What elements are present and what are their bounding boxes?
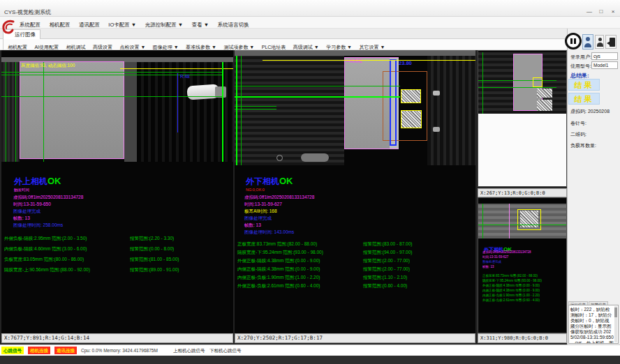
green-vertical-line xyxy=(43,62,44,162)
comm-connect-badge: 通讯连接 xyxy=(54,347,77,354)
camera-connect-badge: 相机连接 xyxy=(28,347,50,354)
main-area: 灰度阈值:93, 动态阈值:100 R:48 外上相机OK 触发时间 虚拟码:0… xyxy=(0,50,567,344)
separator-roi-box xyxy=(20,61,124,159)
logout-button[interactable] xyxy=(605,35,617,49)
green-measure-line xyxy=(235,86,400,86)
green-edge-line xyxy=(236,56,237,165)
alarm-range: 报警范围:(0.60 - 4.00) xyxy=(363,283,407,289)
camera-view-lower-outer[interactable]: AI检测框 23.80 外下相机OK NG:0,OK:0 xyxy=(235,50,475,333)
maximize-button[interactable]: □ xyxy=(596,8,607,16)
user-login-icon xyxy=(584,43,591,47)
thumb1-bright-spot xyxy=(537,100,552,111)
logout-icon xyxy=(610,38,615,47)
measurement-row: 正极宽度:83.73mm 范围:(82.00 - 88.00) xyxy=(482,273,566,278)
machine-left-stack xyxy=(235,56,344,165)
menu-item-comm-config[interactable]: 通讯配置 xyxy=(76,22,103,29)
thumb1-image xyxy=(478,52,567,114)
pixel-coords-camera2: X:270;Y:2502;R:17;G:17;B:17 xyxy=(235,333,475,343)
green-measure-line xyxy=(478,87,556,88)
camera2-status: OK xyxy=(279,176,293,186)
machine-right-stack xyxy=(427,56,475,165)
alarm-range: 报警范围:(1.10 - 2.10) xyxy=(363,275,407,281)
measurement-row: 外侧正极-隔膜:4.38mm 范围:(0.00 - 9.00)报警范围:(2.0… xyxy=(237,258,468,264)
result-box-1: 结果 xyxy=(568,79,600,91)
cpu-memory-text: Cpu: 0.0% Memory: 3424.41796875M xyxy=(81,348,158,353)
alarm-range: 报警范围:(81.00 - 85.00) xyxy=(130,257,179,263)
measurement-row: 内侧正极-负极:1.90mm 范围:(1.00 - 2.20)报警范围:(1.1… xyxy=(237,275,468,281)
pause-button[interactable] xyxy=(565,33,582,50)
green-vertical-line xyxy=(15,62,16,162)
green-measure-line xyxy=(1,96,223,97)
model-label: 使用型号: xyxy=(570,63,591,70)
heartbeat-status-badge: 心跳信号 xyxy=(1,347,24,354)
user-icon xyxy=(597,43,603,47)
user-icon xyxy=(598,38,602,41)
measurement-row: 内侧负极-隔膜:4.60mm 范围:(3.00 - 6.00)报警范围:(0.0… xyxy=(4,246,233,252)
model-field[interactable]: Model1 xyxy=(591,61,618,69)
lower-camera-heartbeat-text: 下相机心跳信号 xyxy=(209,348,242,354)
process-done-line: 图像处理完成 xyxy=(482,259,566,264)
machine-top-rail xyxy=(235,50,475,56)
alarm-range: 报警范围:(2.00 - 77.00) xyxy=(363,258,410,264)
pink-vertical-line xyxy=(509,204,510,238)
virtual-code-value: 20250208 xyxy=(588,109,610,114)
tab-count-label: 负极耳数量: xyxy=(570,142,596,149)
virtual-code-line: 虚拟码:0ff1im20250208133134728 xyxy=(244,194,314,201)
upper-camera-heartbeat-text: 上相机心跳信号 xyxy=(173,348,205,354)
minimize-button[interactable]: — xyxy=(584,8,595,16)
log-scrollbar[interactable] xyxy=(614,306,617,342)
time-line: 时间:13-31-59-627 xyxy=(244,201,314,208)
green-measure-line xyxy=(478,80,556,81)
time-line: 时间:13-31-59-650 xyxy=(13,201,83,208)
status-bar: 心跳信号 相机连接 通讯连接 Cpu: 0.0% Memory: 3424.41… xyxy=(0,344,620,356)
menu-item-io-config[interactable]: IO卡配置 ▼ xyxy=(105,22,139,29)
measurement-row: 负极宽度:83.05mm 范围:(80.00 - 86.00)报警范围:(81.… xyxy=(4,257,233,263)
floor-object xyxy=(301,153,329,162)
user-manage-button[interactable] xyxy=(595,35,604,49)
menu-item-view[interactable]: 查看 ▼ xyxy=(189,22,212,29)
alarm-range: 报警范围:(83.00 - 87.00) xyxy=(363,241,412,248)
pause-icon xyxy=(570,38,573,44)
alarm-range: 报警范围:(94.00 - 97.00) xyxy=(363,250,412,256)
blue-measure-box xyxy=(390,59,397,146)
measurement-row: 隔膜宽度-下:95.24mm 范围:(93.00 - 98.00) xyxy=(482,278,566,283)
thumb2-measurements: 正极宽度:83.73mm 范围:(82.00 - 88.00) 隔膜宽度-下:9… xyxy=(482,273,566,303)
process-done-line: 图像处理完成 xyxy=(244,215,314,222)
user-login-icon xyxy=(586,37,590,41)
menu-item-camera-config[interactable]: 相机配置 xyxy=(46,22,73,29)
measurement-row: 外侧负极-隔膜:2.95mm 范围:(2.00 - 3.50)报警范围:(2.2… xyxy=(4,236,233,242)
menu-bar: 系统配置 相机配置 通讯配置 IO卡配置 ▼ 光源控制配置 ▼ 查看 ▼ 系统语… xyxy=(0,17,620,29)
app-window: CYS-视觉检测系统 — □ × 系统配置 相机配置 通讯配置 IO卡配置 ▼ … xyxy=(0,0,620,364)
green-measure-line xyxy=(478,225,567,225)
bolt-highlight xyxy=(433,91,440,96)
measurement-row: 外侧正极-隔膜:4.38mm 范围:(0.00 - 9.00) xyxy=(482,283,566,288)
thumbnail-view-1[interactable] xyxy=(478,50,567,187)
camera-view-upper-outer[interactable]: 灰度阈值:93, 动态阈值:100 R:48 外上相机OK 触发时间 虚拟码:0… xyxy=(1,50,233,333)
thumb2-info-lines: 虚拟码:0ff1im20250208133134728 时间:13-31-59-… xyxy=(482,250,566,269)
frame-count-line: 帧数: 13 xyxy=(244,222,314,229)
green-vertical-line xyxy=(482,52,483,114)
machine-mid-column xyxy=(124,62,137,162)
menu-item-language-switch[interactable]: 系统语言切换 xyxy=(215,22,252,29)
menu-item-system-config[interactable]: 系统配置 xyxy=(17,22,43,29)
camera1-subtitle: 触发时间 xyxy=(14,188,61,192)
camera1-result-title: 外上相机OK 触发时间 xyxy=(14,174,61,192)
thumb2-image xyxy=(478,204,567,238)
login-user-button[interactable] xyxy=(582,34,593,50)
camera2-info-lines: 虚拟码:0ff1im20250208133134728 时间:13-31-59-… xyxy=(244,194,314,236)
log-text-area[interactable]: 帧时：222，缺陷检测帧时：17，缺陷分类帧时：0，缺陷视频分区帧时：显示图像获… xyxy=(568,305,619,344)
process-time-line: 图像处理时间: 143.00ms xyxy=(244,229,314,236)
result-box-2: 结果 xyxy=(568,93,600,105)
thumbnail-view-2[interactable]: 外下相机OK 虚拟码:0ff1im20250208133134728 时间:13… xyxy=(478,197,567,333)
green-vertical-line xyxy=(241,56,242,165)
camera2-result-title: 外下相机OK NG:0,OK:0 xyxy=(246,174,293,192)
menu-item-light-config[interactable]: 光源控制配置 ▼ xyxy=(142,22,186,29)
ai-roi-label: AI检测框 xyxy=(346,58,362,64)
login-user-label: 登录用户: xyxy=(570,54,591,61)
measurement-row: 外侧正极-负极:2.61mm 范围:(0.60 - 4.00)报警范围:(0.6… xyxy=(237,283,468,289)
login-user-field[interactable]: cys xyxy=(591,52,618,60)
blue-measure-line xyxy=(177,73,178,132)
close-button[interactable]: × xyxy=(607,8,619,16)
log-scrollbar-thumb[interactable] xyxy=(614,308,617,317)
measurement-row: 外侧正极-负极:2.61mm 范围:(0.60 - 4.00) xyxy=(482,298,566,303)
